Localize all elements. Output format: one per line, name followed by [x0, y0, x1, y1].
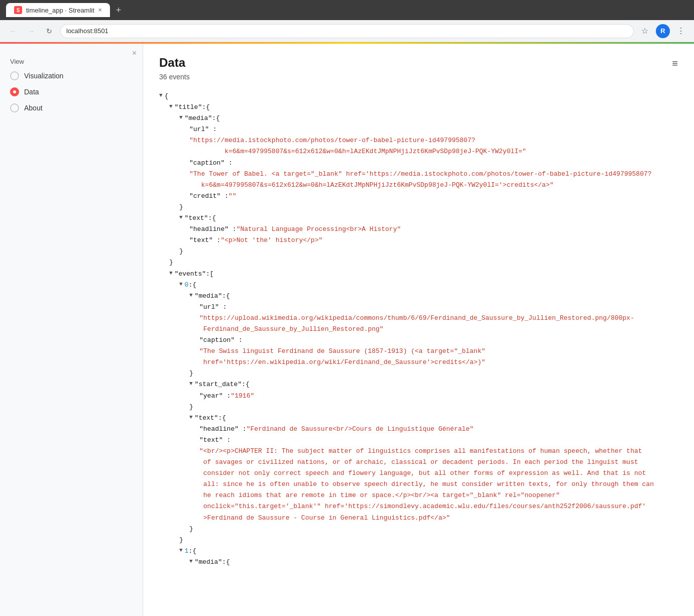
- toggle-title[interactable]: ▼: [169, 102, 173, 111]
- toggle-text[interactable]: ▼: [179, 213, 183, 222]
- json-event0-url-value1: "https://upload.wikimedia.org/wikipedia/…: [159, 313, 678, 324]
- json-caption-value2: k=6&m=497995807&s=612x612&w=0&h=lAzEKdtJ…: [159, 180, 678, 191]
- json-url-value: "https://media.istockphoto.com/photos/to…: [159, 135, 678, 157]
- json-event0-text-close: }: [159, 524, 678, 535]
- json-title-open: ▼ "title" : {: [159, 102, 678, 113]
- json-event0-caption-value2: href='https://en.wikipedia.org/wiki/Ferd…: [159, 357, 678, 368]
- json-event0-text-value4: all: since he is often unable to observe…: [159, 479, 678, 490]
- main-content: Data 36 events ≡ ▼ { ▼ "title" : { ▼ "me…: [143, 44, 694, 616]
- radio-visualization[interactable]: Visualization: [10, 69, 133, 82]
- toggle-event1-media[interactable]: ▼: [189, 557, 193, 566]
- profile-button[interactable]: R: [656, 24, 670, 38]
- main-menu-icon[interactable]: ≡: [672, 58, 678, 69]
- main-header-row: Data 36 events ≡: [159, 56, 678, 91]
- json-event1-media-open: ▼ "media" : {: [159, 557, 678, 568]
- browser-tab[interactable]: S timeline_app · Streamlit ×: [6, 3, 110, 17]
- browser-nav: ← → ↻ ☆ R ⋮: [0, 20, 694, 42]
- json-caption-value1: "The Tower of Babel. <a target="_blank" …: [159, 169, 678, 180]
- json-media-open: ▼ "media" : {: [159, 113, 678, 124]
- radio-data-label: Data: [24, 88, 39, 96]
- json-headline-line: "headline" : "Natural Language Processin…: [159, 224, 678, 235]
- browser-chrome: S timeline_app · Streamlit × +: [0, 0, 694, 20]
- reload-button[interactable]: ↻: [42, 24, 56, 38]
- json-event0-open: ▼ 0 : {: [159, 280, 678, 291]
- sidebar-close-button[interactable]: ×: [132, 49, 137, 58]
- sidebar: × View Visualization Data About: [0, 44, 143, 616]
- json-event0-text-value7: >Ferdinand de Saussure - Course in Gener…: [159, 513, 678, 524]
- json-text-close: }: [159, 246, 678, 257]
- json-events-open: ▼ "events" : [: [159, 269, 678, 280]
- radio-visualization-circle: [10, 71, 19, 80]
- nav-right: ☆ R ⋮: [638, 24, 688, 38]
- json-event0-text-value3: consider not only correct speech and flo…: [159, 468, 678, 479]
- json-text-open: ▼ "text" : {: [159, 213, 678, 224]
- json-start-date-close: }: [159, 402, 678, 413]
- json-root-open: ▼ {: [159, 91, 678, 102]
- json-event0-caption-key: "caption" :: [159, 335, 678, 346]
- browser-menu-button[interactable]: ⋮: [674, 24, 688, 38]
- event-count: 36 events: [159, 73, 190, 81]
- json-media-close: }: [159, 202, 678, 213]
- json-event0-close: }: [159, 535, 678, 546]
- toggle-event0[interactable]: ▼: [179, 280, 183, 289]
- radio-about-circle: [10, 103, 19, 112]
- forward-button[interactable]: →: [24, 24, 38, 38]
- json-event0-text-value5: he reach idioms that are remote in time …: [159, 490, 678, 501]
- toggle-media[interactable]: ▼: [179, 113, 183, 122]
- json-event0-url-value2: Ferdinand_de_Saussure_by_Jullien_Restore…: [159, 324, 678, 335]
- json-event0-text-value6: onclick="this.target='_blank'" href='htt…: [159, 501, 678, 512]
- json-credit-line: "credit" : "": [159, 191, 678, 202]
- json-event1-open: ▼ 1 : {: [159, 546, 678, 557]
- tab-close-button[interactable]: ×: [98, 7, 102, 14]
- json-event0-media-close: }: [159, 368, 678, 379]
- back-button[interactable]: ←: [6, 24, 20, 38]
- json-title-close: }: [159, 257, 678, 268]
- radio-data-circle: [10, 87, 19, 96]
- toggle-event1[interactable]: ▼: [179, 546, 183, 555]
- json-viewer: ▼ { ▼ "title" : { ▼ "media" : { "url" : …: [159, 91, 678, 568]
- json-url-key: "url" :: [159, 124, 678, 135]
- toggle-root[interactable]: ▼: [159, 91, 163, 100]
- page-title: Data: [159, 56, 190, 70]
- toggle-events[interactable]: ▼: [169, 269, 173, 278]
- radio-data[interactable]: Data: [10, 85, 133, 98]
- toggle-event0-text[interactable]: ▼: [189, 413, 193, 422]
- app-layout: × View Visualization Data About Data 36 …: [0, 44, 694, 616]
- json-caption-key: "caption" :: [159, 158, 678, 169]
- json-start-date-open: ▼ "start_date" : {: [159, 379, 678, 390]
- json-event0-text-open: ▼ "text" : {: [159, 413, 678, 424]
- tab-title: timeline_app · Streamlit: [26, 7, 94, 14]
- radio-about-label: About: [24, 104, 43, 112]
- json-event0-text-value2: of savages or civilized nations, or of a…: [159, 457, 678, 468]
- json-text-line: "text" : "<p>Not 'the' history</p>": [159, 235, 678, 246]
- radio-about[interactable]: About: [10, 101, 133, 114]
- toggle-event0-media[interactable]: ▼: [189, 291, 193, 300]
- json-event0-media-open: ▼ "media" : {: [159, 291, 678, 302]
- json-event0-text-key: "text" :: [159, 435, 678, 446]
- bookmark-button[interactable]: ☆: [638, 24, 652, 38]
- toggle-start-date[interactable]: ▼: [189, 379, 193, 389]
- sidebar-radio-group: Visualization Data About: [0, 69, 143, 114]
- json-event0-caption-value1: "The Swiss linguist Ferdinand de Saussur…: [159, 346, 678, 357]
- json-event0-url-key: "url" :: [159, 302, 678, 313]
- address-bar[interactable]: [60, 24, 634, 38]
- json-event0-text-value1: "<br/><p>CHAPTER II: The subject matter …: [159, 446, 678, 457]
- json-year-line: "year" : "1916": [159, 391, 678, 402]
- json-event0-headline-line: "headline" : "Ferdinand de Saussure<br/>…: [159, 424, 678, 435]
- radio-visualization-label: Visualization: [24, 72, 63, 80]
- sidebar-view-label: View: [0, 50, 143, 69]
- browser-favicon: S: [14, 6, 22, 14]
- new-tab-button[interactable]: +: [116, 5, 122, 16]
- page-header: Data 36 events: [159, 56, 190, 91]
